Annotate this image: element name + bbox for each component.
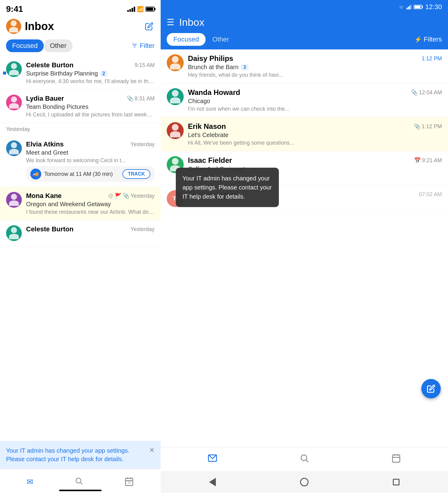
right-phone: 12:30 ☰ Inbox Focused Other ⚡ Filters (161, 0, 448, 493)
compose-button[interactable] (144, 21, 155, 32)
track-button[interactable]: TRACK (122, 169, 150, 179)
svg-line-15 (306, 460, 308, 462)
r-nav-mail[interactable] (208, 453, 217, 465)
email-item-elvia[interactable]: Elvia Atkins Yesterday Meet and Greet We… (0, 136, 161, 187)
sender-mona: Mona Kane (26, 192, 62, 200)
r-sender-isaac: Isaac Fielder (188, 156, 232, 165)
preview-lydia: Hi Cecil, I uploaded all the pictures fr… (26, 112, 155, 118)
filters-button[interactable]: ⚡ Filters (414, 35, 442, 43)
track-row-elvia: 🚚 Tomorrow at 11 AM (30 min) TRACK (26, 166, 155, 182)
time-celeste-1: 9:15 AM (135, 62, 155, 69)
left-bottom-nav: ✉ 12 (0, 469, 161, 493)
avatar-mona (6, 192, 22, 208)
right-compose-fab[interactable] (421, 379, 441, 398)
subject-mona: Oregon and Weekend Getaway (26, 201, 111, 208)
android-recents-button[interactable] (391, 477, 402, 488)
subject-lydia: Team Bonding Pictures (26, 103, 89, 110)
badge-celeste-1: 2 (100, 71, 107, 77)
right-tab-focused[interactable]: Focused (167, 33, 206, 46)
avatar-elvia (6, 140, 22, 156)
svg-rect-9 (406, 8, 408, 9)
profile-avatar[interactable] (6, 19, 21, 34)
right-tab-other[interactable]: Other (206, 33, 236, 46)
track-text: Tomorrow at 11 AM (30 min) (44, 171, 119, 177)
r-email-item-erik[interactable]: Erik Nason 📎 1:12 PM Let's Celebrate Hi … (161, 117, 448, 151)
r-subject-erik: Let's Celebrate (188, 132, 229, 139)
left-nav-calendar[interactable]: 12 (124, 477, 134, 488)
email-item-celeste-2[interactable]: Celeste Burton Yesterday (0, 220, 161, 246)
r-avatar-wanda (167, 88, 184, 105)
left-header: Inbox (0, 16, 161, 38)
subject-elvia: Meet and Greet (26, 149, 68, 156)
email-item-mona[interactable]: Mona Kane @ 🚩 📎 Yesterday Oregon and Wee… (0, 187, 161, 220)
hamburger-menu-icon[interactable]: ☰ (167, 17, 174, 27)
svg-rect-11 (409, 6, 410, 9)
preview-elvia: We look forward to welcoming Cecil in t.… (26, 157, 155, 164)
r-email-item-wanda[interactable]: Wanda Howard 📎 12:04 AM Chicago I'm not … (161, 83, 448, 117)
time-mona: Yesterday (131, 193, 155, 199)
right-email-list: Daisy Philips 1:12 PM Brunch at the Barn… (161, 49, 448, 447)
time-celeste-2: Yesterday (131, 226, 155, 233)
r-calendar-icon-isaac: 📅 (414, 157, 421, 164)
signal-bars-icon (127, 7, 135, 12)
right-wifi-icon (398, 5, 405, 9)
r-time-isaac: 9:21 AM (422, 157, 442, 164)
at-icon-mona: @ (108, 193, 113, 199)
svg-point-3 (76, 478, 81, 483)
r-preview-erik: Hi All, We've been getting some question… (188, 140, 442, 146)
right-inbox-title: Inbox (179, 16, 442, 28)
date-divider-yesterday: Yesterday (0, 123, 161, 136)
left-tab-other[interactable]: Other (44, 39, 72, 52)
avatar-lydia (6, 95, 22, 110)
svg-rect-10 (408, 7, 409, 9)
preview-mona: I found these restaurants near our Airbn… (26, 209, 155, 215)
subject-celeste-1: Surprise Birthday Planning (26, 70, 98, 77)
left-tabs: Focused Other Filter (0, 38, 161, 56)
r-nav-calendar[interactable] (391, 453, 401, 465)
right-header: ☰ Inbox (161, 13, 448, 33)
filter-button[interactable]: Filter (131, 42, 155, 50)
time-lydia: 8:31 AM (135, 96, 155, 102)
filter-label: Filter (140, 42, 155, 50)
r-avatar-daisy (167, 54, 184, 71)
android-back-button[interactable] (207, 477, 218, 488)
r-sender-daisy: Daisy Philips (188, 54, 233, 63)
wifi-icon: 📶 (137, 6, 144, 12)
left-inbox-title: Inbox (25, 20, 54, 33)
filters-label: Filters (424, 35, 442, 43)
left-email-list: Celeste Burton 9:15 AM Surprise Birthday… (0, 56, 161, 493)
left-notification-banner: Your IT admin has changed your app setti… (0, 441, 161, 469)
right-signal-icon (406, 5, 412, 9)
left-tab-focused[interactable]: Focused (6, 39, 44, 52)
right-time: 12:30 (425, 3, 442, 11)
android-nav-bar (161, 471, 448, 493)
left-status-bar: 9:41 📶 (0, 0, 161, 16)
calendar-date-label: 12 (127, 481, 131, 484)
sender-lydia: Lydia Bauer (26, 95, 64, 102)
svg-line-4 (80, 482, 82, 484)
r-preview-wanda: I'm not sure when we can check into the.… (188, 106, 442, 112)
flag-icon-mona: 🚩 (115, 193, 122, 199)
svg-rect-12 (410, 5, 412, 9)
time-elvia: Yesterday (131, 141, 155, 148)
left-notification-close[interactable]: ✕ (149, 446, 155, 454)
email-item-lydia[interactable]: Lydia Bauer 📎 8:31 AM Team Bonding Pictu… (0, 90, 161, 123)
r-preview-daisy: Hey friends, what do you think of havi..… (188, 72, 442, 78)
r-email-item-daisy[interactable]: Daisy Philips 1:12 PM Brunch at the Barn… (161, 49, 448, 83)
left-time: 9:41 (6, 4, 23, 14)
android-home-button[interactable] (299, 477, 310, 488)
battery-icon (145, 7, 155, 12)
r-subject-wanda: Chicago (188, 98, 210, 105)
r-attachment-icon-erik: 📎 (414, 123, 420, 130)
mail-nav-icon: ✉ (27, 477, 33, 487)
filter-icon (131, 42, 138, 49)
r-nav-search[interactable] (299, 453, 309, 465)
email-item-celeste-1[interactable]: Celeste Burton 9:15 AM Surprise Birthday… (0, 56, 161, 90)
svg-rect-16 (393, 455, 400, 462)
sender-celeste-2: Celeste Burton (26, 225, 73, 233)
left-nav-search[interactable] (75, 477, 83, 487)
right-tooltip: Your IT admin has changed your app setti… (176, 168, 279, 207)
sender-celeste-1: Celeste Burton (26, 61, 73, 69)
bolt-icon: ⚡ (414, 36, 422, 43)
left-nav-mail[interactable]: ✉ (27, 477, 33, 487)
